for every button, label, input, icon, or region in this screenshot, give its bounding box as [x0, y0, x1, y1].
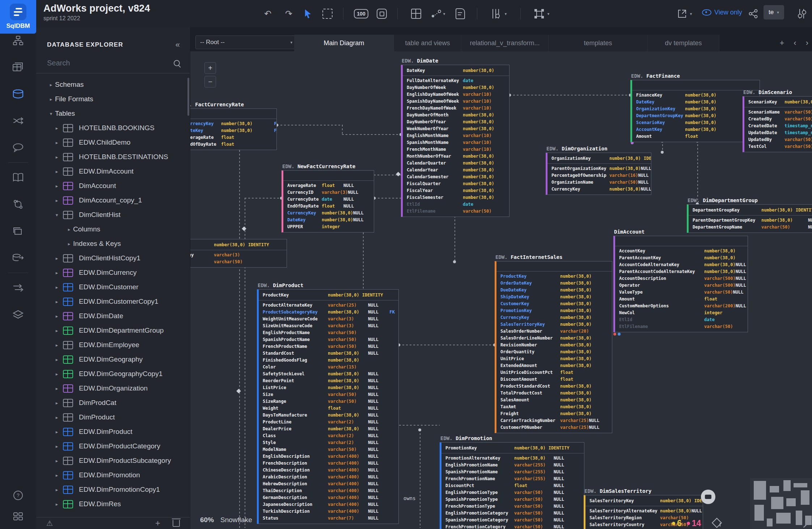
- column-row[interactable]: ShipDateKeynumber(38,0)FK: [496, 294, 612, 300]
- column-row[interactable]: FiscalYearnumber(38,0): [403, 187, 509, 194]
- sidebar-item-dimprodcat[interactable]: ▸DimProdCat: [36, 396, 187, 410]
- table-box[interactable]: OrganizationKeynumber(38,0)IDENTITYPKPar…: [546, 153, 651, 195]
- sidebar-item-edw-dimproductsubcategory[interactable]: ▸EDW.DimProductSubcategory: [36, 453, 187, 468]
- column-row[interactable]: DayNumberOfMonthnumber(38,0): [403, 112, 509, 119]
- column-row[interactable]: NewColinteger: [615, 310, 748, 316]
- table-box[interactable]: FinanceKeynumber(38,0)DateKeynumber(38,0…: [630, 80, 760, 142]
- column-row[interactable]: CreatedByvarchar(50): [744, 116, 812, 123]
- column-row[interactable]: ExtendedAmountnumber(38,0): [496, 362, 612, 369]
- column-row[interactable]: ModelNamevarchar(50)NULL: [259, 446, 398, 453]
- tab-main-diagram[interactable]: Main Diagram: [294, 35, 394, 51]
- column-row[interactable]: FiscalQuarternumber(38,0): [403, 180, 509, 187]
- column-row[interactable]: Stylevarchar(2)NULL: [259, 439, 398, 446]
- chevron-right-icon[interactable]: ▸: [65, 241, 73, 247]
- column-row[interactable]: CurrencyKeynumber(38,0)NULLFK: [283, 210, 374, 217]
- table-dimdate[interactable]: EDW. DimDateDateKeynumber(38,0)PKFullDat…: [401, 58, 509, 217]
- export-icon[interactable]: [675, 7, 689, 21]
- table-newfactcurrencyrate[interactable]: EDW. NewFactCurrencyRateAverageRatefloat…: [282, 163, 374, 232]
- tabs-prev-icon[interactable]: ‹: [794, 38, 796, 48]
- column-row[interactable]: Statusvarchar(7)NULL: [259, 515, 398, 522]
- chevron-right-icon[interactable]: ▸: [53, 429, 61, 435]
- column-row[interactable]: ChineseDescriptionvarchar(400)NULL: [259, 467, 398, 474]
- sidebar-item-edw-dimres[interactable]: ▸EDW.DimRes: [36, 497, 187, 511]
- column-row[interactable]: DayNumberOfYearnumber(38,0): [403, 119, 509, 125]
- tabs-next-icon[interactable]: ›: [806, 38, 808, 48]
- diagram-canvas[interactable]: + − EDW. FactCurrencyRateCurrencyKeynumb…: [190, 51, 812, 529]
- column-row[interactable]: RevisionNumbernumber(38,0): [496, 342, 612, 349]
- column-row[interactable]: CurrencyAlternateKeyvarchar(3): [190, 252, 287, 259]
- sidebar-item-edw-dimpromotioncopy1[interactable]: ▸EDW.DimPromotionCopy1: [36, 482, 187, 497]
- column-row[interactable]: HebrewDescriptionvarchar(400)NULL: [259, 481, 398, 487]
- column-row[interactable]: ProductSubcategoryKeynumber(38,0)NULLFK: [259, 309, 398, 316]
- column-row[interactable]: SalesAmountnumber(38,0): [496, 397, 612, 404]
- sidebar-item-edw-dimproduct[interactable]: ▸EDW.DimProduct: [36, 425, 187, 439]
- chevron-right-icon[interactable]: ▸: [53, 342, 61, 348]
- chevron-right-icon[interactable]: ▸: [53, 198, 61, 203]
- chevron-right-icon[interactable]: ▸: [53, 473, 61, 478]
- column-row[interactable]: SpanishPromotionNamevarchar(255)NULL: [441, 469, 584, 475]
- yellow-badge[interactable]: 6: [672, 519, 682, 528]
- column-row[interactable]: DateKeynumber(38,0)NULLFK: [283, 217, 374, 223]
- column-row[interactable]: WeightfloatNULL: [259, 405, 398, 412]
- column-row[interactable]: CreatedDatetimestamp_ntz(9): [744, 123, 812, 129]
- column-row[interactable]: JapaneseDescriptionvarchar(400)NULL: [259, 501, 398, 508]
- chat-bubble-icon[interactable]: [701, 490, 715, 504]
- chevron-right-icon[interactable]: ▸: [53, 256, 61, 261]
- column-row[interactable]: PercentageOfOwnershipvarchar(16)NULL: [547, 172, 651, 179]
- column-row[interactable]: SalesOrderNumbervarchar(20): [496, 328, 612, 335]
- column-row[interactable]: ScenarioNamevarchar(50): [744, 109, 812, 116]
- sidebar-item-dimclienthistcopy1[interactable]: ▸DimClientHistCopy1: [36, 251, 187, 265]
- column-row[interactable]: SizeUnitMeasureCodevarchar(3)NULL: [259, 323, 398, 329]
- column-row[interactable]: CurrencyDatedateNULL: [283, 196, 374, 203]
- forward-engineer-icon[interactable]: [0, 274, 36, 301]
- fit-screen-icon[interactable]: [375, 7, 389, 21]
- frame-select-icon[interactable]: [532, 7, 546, 21]
- column-row[interactable]: EtlIddate: [615, 316, 748, 323]
- column-row[interactable]: EnglishDayNameOfWeekvarchar(10): [403, 91, 509, 98]
- sidebar-item-edw-dimaccount[interactable]: ▸EDW.DimAccount: [36, 164, 187, 179]
- column-row[interactable]: FrenchDescriptionvarchar(400)NULL: [259, 460, 398, 467]
- sidebar-item-edw-dimorganization[interactable]: ▸EDW.DimOrganization: [36, 381, 187, 396]
- column-row[interactable]: StandardCostnumber(38,0)NULL: [259, 350, 398, 357]
- chevron-right-icon[interactable]: ▸: [53, 328, 61, 333]
- column-row[interactable]: EtlIddate: [403, 201, 509, 208]
- database-icon[interactable]: [0, 81, 36, 107]
- export-caret-icon[interactable]: ▾: [688, 7, 693, 21]
- column-row[interactable]: ParentAccountCodeAlternateKeynumber(38,0…: [615, 268, 748, 275]
- column-row[interactable]: Amountfloat: [615, 296, 748, 303]
- column-row[interactable]: DateKeynumber(38,0)FK: [190, 127, 276, 134]
- table-box[interactable]: CurrencyKeynumber(38,0)FKDateKeynumber(3…: [190, 108, 277, 150]
- explorer-scrollbar[interactable]: [187, 78, 189, 116]
- sidebar-group-tables[interactable]: ▾Tables: [36, 106, 187, 121]
- layouts-icon[interactable]: [0, 218, 36, 244]
- table-dimcurrency[interactable]: EDW. DimCurrencyCurrencyKeynumber(38,0)I…: [190, 232, 287, 268]
- column-row[interactable]: ScenarioKeynumber(38,0)FK: [632, 119, 760, 126]
- tab-dv-templates[interactable]: dv templates: [648, 35, 719, 51]
- column-row[interactable]: Freightnumber(38,0): [496, 410, 612, 417]
- column-row[interactable]: OrganizationKeynumber(38,0)FK: [632, 106, 760, 112]
- tab-table-and-views[interactable]: table and views: [394, 35, 461, 51]
- versions-icon[interactable]: [0, 191, 36, 218]
- sidebar-item-dimclienthist[interactable]: ▾DimClientHist: [36, 208, 187, 222]
- column-row[interactable]: TurkishDescriptionvarchar(400)NULL: [259, 508, 398, 515]
- sidebar-item-edw-dimgeographycopy1[interactable]: ▸EDW.DimGeographyCopy1: [36, 367, 187, 381]
- column-row[interactable]: DiscountAmountfloat: [496, 376, 612, 383]
- sidebar-group-file-formats[interactable]: ▸File Formats: [36, 92, 187, 106]
- column-row[interactable]: CustomerKeynumber(38,0)FK: [496, 300, 612, 307]
- chevron-right-icon[interactable]: ▸: [53, 487, 61, 492]
- zoom-level[interactable]: 60%: [200, 516, 214, 524]
- chevron-right-icon[interactable]: ▸: [53, 140, 61, 145]
- chevron-right-icon[interactable]: ▸: [53, 458, 61, 464]
- columns-caret-icon[interactable]: ▾: [502, 7, 508, 21]
- chevron-right-icon[interactable]: ▸: [53, 313, 61, 319]
- chevron-right-icon[interactable]: ▸: [47, 97, 55, 102]
- sidebar-item-columns[interactable]: ▸Columns: [36, 222, 187, 236]
- export-db-icon[interactable]: [0, 244, 36, 271]
- column-row[interactable]: FrenchPromotionTypevarchar(50)NULL: [441, 503, 584, 510]
- column-row[interactable]: CurrencyNamevarchar(50): [190, 259, 287, 265]
- chevron-right-icon[interactable]: ▸: [53, 154, 61, 160]
- chevron-right-icon[interactable]: ▸: [53, 444, 61, 449]
- frame-caret-icon[interactable]: ▾: [545, 7, 551, 21]
- column-row[interactable]: ProductStandardCostnumber(38,0): [496, 383, 612, 390]
- sidebar-item-edw-dimcustomercopy1[interactable]: ▸EDW.DimCustomerCopy1: [36, 294, 187, 309]
